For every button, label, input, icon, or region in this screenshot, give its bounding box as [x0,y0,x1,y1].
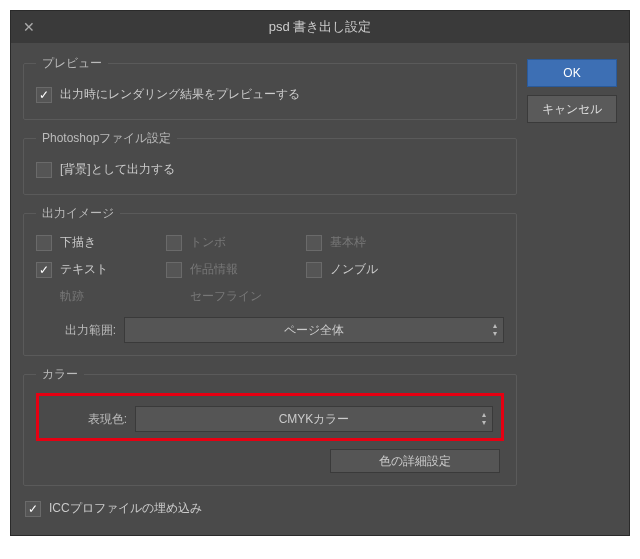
preview-render-row: 出力時にレンダリング結果をプレビューする [36,82,504,107]
left-panel: プレビュー 出力時にレンダリング結果をプレビューする Photoshopファイル… [23,55,517,523]
bg-output-label: [背景]として出力する [60,161,175,178]
output-range-value: ページ全体 [284,322,344,339]
icc-checkbox[interactable] [25,501,41,517]
color-detail-label: 色の詳細設定 [379,453,451,470]
icc-label: ICCプロファイルの埋め込み [49,500,202,517]
tombo-row: トンボ [166,232,306,253]
bg-output-row: [背景]として出力する [36,157,504,182]
text-label: テキスト [60,261,108,278]
spinner-icon: ▴▾ [482,411,486,427]
nombre-row: ノンブル [306,259,446,280]
safeline-label: セーフライン [190,288,262,305]
output-range-dropdown[interactable]: ページ全体 ▴▾ [124,317,504,343]
color-detail-button[interactable]: 色の詳細設定 [330,449,500,473]
work-info-row: 作品情報 [166,259,306,280]
bg-output-checkbox[interactable] [36,162,52,178]
nombre-checkbox[interactable] [306,262,322,278]
express-color-value: CMYKカラー [279,411,350,428]
close-icon[interactable]: ✕ [23,19,43,35]
nombre-label: ノンブル [330,261,378,278]
preview-render-label: 出力時にレンダリング結果をプレビューする [60,86,300,103]
dialog-body: プレビュー 出力時にレンダリング結果をプレビューする Photoshopファイル… [11,43,629,535]
preview-render-checkbox[interactable] [36,87,52,103]
draft-label: 下描き [60,234,96,251]
basic-frame-label: 基本枠 [330,234,366,251]
psd-export-dialog: ✕ psd 書き出し設定 プレビュー 出力時にレンダリング結果をプレビューする … [10,10,630,536]
color-detail-row: 色の詳細設定 [36,449,504,473]
icc-row: ICCプロファイルの埋め込み [23,496,517,523]
express-color-row: 表現色: CMYKカラー ▴▾ [47,406,493,432]
tombo-label: トンボ [190,234,226,251]
safeline-row: セーフライン [166,286,306,307]
dialog-title: psd 書き出し設定 [11,18,629,36]
cancel-button[interactable]: キャンセル [527,95,617,123]
ok-button[interactable]: OK [527,59,617,87]
preview-group: プレビュー 出力時にレンダリング結果をプレビューする [23,55,517,120]
basic-frame-checkbox[interactable] [306,235,322,251]
output-image-legend: 出力イメージ [36,205,120,222]
track-label: 軌跡 [60,288,84,305]
output-grid: 下描き トンボ 基本枠 テキスト [36,232,504,307]
draft-checkbox[interactable] [36,235,52,251]
text-checkbox[interactable] [36,262,52,278]
output-image-group: 出力イメージ 下描き トンボ 基本枠 [23,205,517,356]
caption-text: psd 書き出し設定のカラーの表現色が CMYK カラーになっていることを確認し… [20,554,620,559]
cancel-label: キャンセル [542,101,602,118]
tombo-checkbox[interactable] [166,235,182,251]
output-range-label: 出力範囲: [36,322,116,339]
ps-file-group: Photoshopファイル設定 [背景]として出力する [23,130,517,195]
spinner-icon: ▴▾ [493,322,497,338]
express-color-label: 表現色: [47,411,127,428]
draft-row: 下描き [36,232,166,253]
caption-line1: psd 書き出し設定のカラーの表現色が [20,554,620,559]
output-range-row: 出力範囲: ページ全体 ▴▾ [36,317,504,343]
ok-label: OK [563,66,580,80]
titlebar: ✕ psd 書き出し設定 [11,11,629,43]
color-legend: カラー [36,366,84,383]
work-info-checkbox[interactable] [166,262,182,278]
work-info-label: 作品情報 [190,261,238,278]
ps-file-legend: Photoshopファイル設定 [36,130,177,147]
basic-frame-row: 基本枠 [306,232,446,253]
text-row: テキスト [36,259,166,280]
express-color-highlight: 表現色: CMYKカラー ▴▾ [36,393,504,441]
color-group: カラー 表現色: CMYKカラー ▴▾ 色の詳細設定 [23,366,517,486]
right-panel: OK キャンセル [527,55,617,523]
track-row: 軌跡 [36,286,166,307]
preview-legend: プレビュー [36,55,108,72]
express-color-dropdown[interactable]: CMYKカラー ▴▾ [135,406,493,432]
